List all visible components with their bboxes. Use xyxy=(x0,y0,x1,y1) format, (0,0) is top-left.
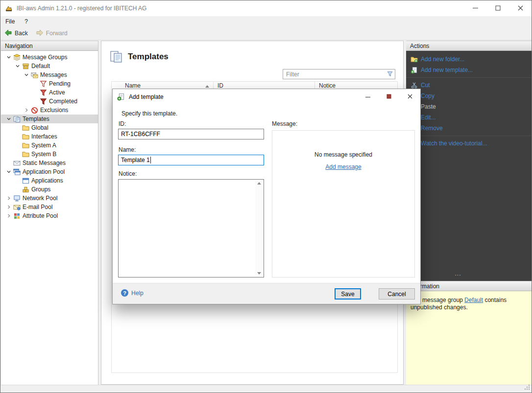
minimize-button[interactable] xyxy=(464,0,486,16)
chevron-collapsed-icon[interactable] xyxy=(23,106,30,114)
maximize-button[interactable] xyxy=(486,0,509,16)
notice-field-wrap xyxy=(118,179,264,277)
tree-item-static-messages[interactable]: Static Messages xyxy=(1,159,98,167)
default-group-link[interactable]: Default xyxy=(464,297,483,303)
forward-arrow-icon xyxy=(36,29,44,38)
name-field-wrap xyxy=(118,155,264,165)
chevron-collapsed-icon[interactable] xyxy=(5,203,13,211)
chevron-expanded-icon[interactable] xyxy=(5,53,13,61)
help-button[interactable]: Help xyxy=(121,289,144,297)
close-button[interactable] xyxy=(509,0,532,16)
forward-button[interactable]: Forward xyxy=(32,27,72,40)
exclusions-icon xyxy=(30,106,38,114)
chevron-expanded-icon[interactable] xyxy=(14,62,22,70)
chevron-placeholder xyxy=(5,159,13,167)
templates-page-icon xyxy=(109,50,123,66)
navigation-header: Navigation xyxy=(1,41,98,51)
tree-item-default[interactable]: Default xyxy=(1,62,98,70)
action-paste[interactable]: Paste xyxy=(406,101,532,112)
notice-label: Notice: xyxy=(119,170,137,177)
pending-filter-icon xyxy=(39,80,47,88)
email-pool-icon xyxy=(13,203,21,211)
app-logo-icon xyxy=(5,4,13,12)
active-filter-icon xyxy=(39,89,47,96)
tree-item-templates[interactable]: Templates xyxy=(1,115,98,123)
completed-filter-icon xyxy=(39,97,47,105)
menu-help[interactable]: ? xyxy=(20,17,33,26)
static-messages-icon xyxy=(13,159,21,167)
add-template-dialog: Add template Specify this template. ID: … xyxy=(112,89,421,304)
tree-item-interfaces[interactable]: Interfaces xyxy=(1,132,98,141)
dialog-minimize-button[interactable] xyxy=(357,89,378,104)
action-copy[interactable]: Copy xyxy=(406,91,532,101)
tree-item-active[interactable]: Active xyxy=(1,88,98,97)
name-field[interactable] xyxy=(118,155,264,165)
action-watch-video-tutorial[interactable]: Watch the video-tutorial... xyxy=(406,138,532,149)
dialog-footer: Help Save Cancel xyxy=(113,283,420,304)
tree-item-system-a[interactable]: System A xyxy=(1,141,98,150)
dialog-maximize-button[interactable] xyxy=(378,89,399,104)
sort-ascending-icon xyxy=(205,85,209,88)
tree-item-groups[interactable]: Groups xyxy=(1,185,98,194)
chevron-placeholder xyxy=(31,89,39,96)
id-field[interactable] xyxy=(118,129,264,139)
tree-item-network-pool[interactable]: Network Pool xyxy=(1,194,98,203)
tree-item-attribute-pool[interactable]: Attribute Pool xyxy=(1,211,98,220)
notice-scrollbar[interactable] xyxy=(255,180,263,277)
id-label: ID: xyxy=(119,120,126,127)
text-caret xyxy=(150,157,151,163)
actions-header: Actions xyxy=(406,41,532,51)
network-pool-icon xyxy=(13,194,21,202)
chevron-placeholder xyxy=(14,150,22,158)
dialog-window-controls xyxy=(357,89,420,104)
tree-item-system-b[interactable]: System B xyxy=(1,150,98,159)
action-cut[interactable]: Cut xyxy=(406,80,532,91)
groups-icon xyxy=(22,185,29,193)
notice-field[interactable] xyxy=(119,180,264,277)
chevron-collapsed-icon[interactable] xyxy=(5,212,13,220)
status-bar xyxy=(0,385,532,393)
cancel-button[interactable]: Cancel xyxy=(379,288,415,300)
chevron-expanded-icon[interactable] xyxy=(23,71,30,79)
chevron-expanded-icon[interactable] xyxy=(5,115,13,123)
filter-input[interactable] xyxy=(283,69,395,79)
message-panel: No message specified Add message xyxy=(272,130,415,277)
no-message-text: No message specified xyxy=(272,151,414,158)
templates-icon xyxy=(13,115,21,123)
tree-item-exclusions[interactable]: Exclusions xyxy=(1,106,98,115)
forward-label: Forward xyxy=(46,30,68,37)
folder-icon xyxy=(22,124,29,132)
back-button[interactable]: Back xyxy=(0,27,32,40)
message-groups-icon xyxy=(13,53,21,61)
tree-item-completed[interactable]: Completed xyxy=(1,97,98,106)
filter-funnel-icon[interactable] xyxy=(387,70,393,79)
actions-overflow[interactable]: ... xyxy=(448,270,468,277)
tree-item-message-groups[interactable]: Message Groups xyxy=(1,53,98,62)
action-add-new-folder[interactable]: Add new folder... xyxy=(406,54,532,65)
chevron-expanded-icon[interactable] xyxy=(5,168,13,176)
window-title: IBI-aws Admin 1.21.0 - registered for IB… xyxy=(17,5,146,12)
tree-item-pending[interactable]: Pending xyxy=(1,79,98,88)
tree-item-email-pool[interactable]: E-mail Pool xyxy=(1,203,98,211)
folder-icon xyxy=(22,141,29,149)
add-folder-icon xyxy=(410,55,418,63)
dialog-close-button[interactable] xyxy=(399,89,420,104)
tree-item-messages[interactable]: Messages xyxy=(1,70,98,79)
scroll-up-icon[interactable] xyxy=(257,182,261,185)
action-add-new-template[interactable]: Add new template... xyxy=(406,65,532,75)
menu-file[interactable]: File xyxy=(0,17,20,26)
resize-grip-icon[interactable] xyxy=(524,384,531,393)
chevron-collapsed-icon[interactable] xyxy=(5,194,13,202)
tree-item-application-pool[interactable]: Application Pool xyxy=(1,167,98,176)
action-edit[interactable]: Edit... xyxy=(406,112,532,123)
add-message-link[interactable]: Add message xyxy=(325,163,361,170)
chevron-placeholder xyxy=(14,141,22,149)
save-button[interactable]: Save xyxy=(335,288,361,300)
add-template-icon xyxy=(410,66,418,74)
tree-item-global[interactable]: Global xyxy=(1,123,98,132)
chevron-placeholder xyxy=(14,124,22,132)
titlebar: IBI-aws Admin 1.21.0 - registered for IB… xyxy=(0,0,532,16)
scroll-down-icon[interactable] xyxy=(257,272,261,275)
action-remove[interactable]: Remove xyxy=(406,123,532,134)
tree-item-applications[interactable]: Applications xyxy=(1,176,98,185)
